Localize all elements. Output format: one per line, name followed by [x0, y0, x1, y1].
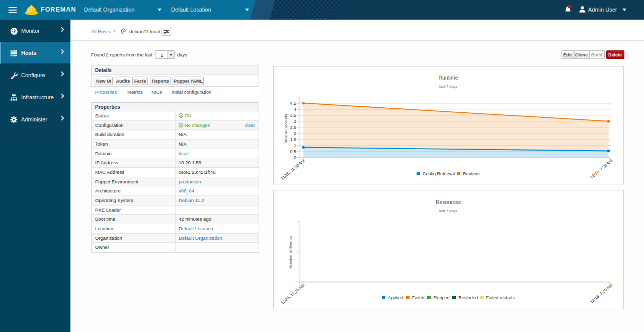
svg-text:Time in Seconds: Time in Seconds — [284, 114, 288, 144]
svg-text:Config Retrieval: Config Retrieval — [423, 171, 455, 176]
svg-text:2: 2 — [294, 131, 296, 136]
svg-text:Number of Events: Number of Events — [288, 236, 293, 269]
svg-text:Resources: Resources — [436, 199, 461, 205]
svg-text:11/25, 11:20 AM: 11/25, 11:20 AM — [280, 159, 306, 181]
svg-text:12/16, 7:20 AM: 12/16, 7:20 AM — [589, 283, 613, 304]
svg-text:1.5: 1.5 — [290, 137, 296, 142]
svg-text:last 7 days: last 7 days — [439, 84, 457, 89]
svg-text:12/16, 7:20 AM: 12/16, 7:20 AM — [589, 159, 613, 180]
svg-text:1: 1 — [294, 143, 296, 148]
svg-text:Skipped: Skipped — [433, 295, 450, 300]
svg-text:4.5: 4.5 — [290, 101, 296, 106]
svg-text:Failed: Failed — [412, 295, 425, 300]
svg-text:0.5: 0.5 — [290, 149, 296, 154]
svg-text:Applied: Applied — [388, 295, 403, 300]
svg-text:Runtime: Runtime — [438, 75, 458, 81]
svg-text:2.5: 2.5 — [290, 125, 296, 130]
svg-text:Restarted: Restarted — [458, 295, 478, 300]
svg-text:0: 0 — [294, 155, 296, 160]
svg-text:3: 3 — [294, 119, 296, 124]
svg-text:11/25, 11:20 AM: 11/25, 11:20 AM — [280, 283, 306, 306]
svg-text:4: 4 — [294, 107, 296, 112]
svg-text:Failed restarts: Failed restarts — [486, 295, 515, 300]
svg-text:3.5: 3.5 — [290, 113, 296, 118]
svg-text:Runtime: Runtime — [463, 171, 480, 176]
svg-text:last 7 days: last 7 days — [439, 209, 457, 213]
